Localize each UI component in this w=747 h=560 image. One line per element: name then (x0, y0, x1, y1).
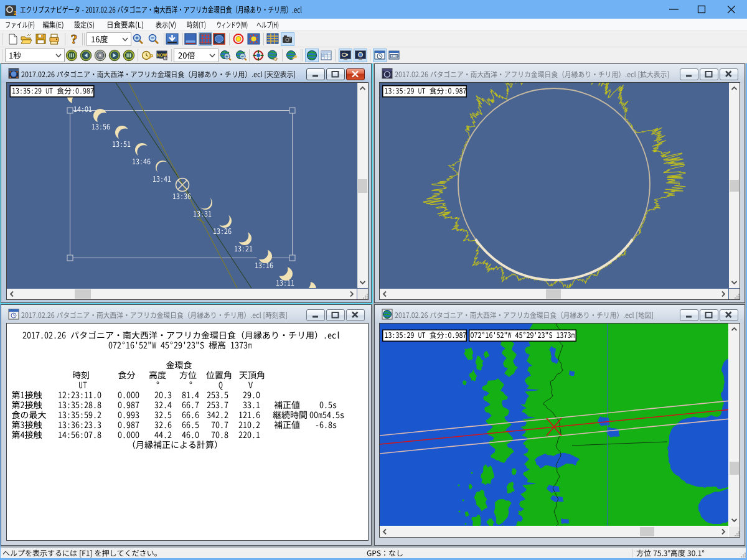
svg-text:2: 2 (14, 10, 17, 16)
svg-text:?: ? (71, 32, 78, 47)
svg-text:NOW: NOW (157, 53, 167, 57)
svg-text:12:34: 12:34 (389, 55, 398, 58)
